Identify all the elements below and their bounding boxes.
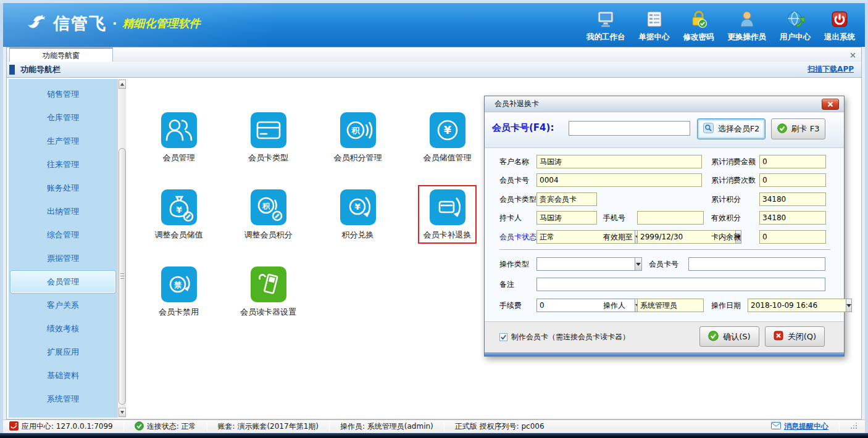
sidebar-item-sales[interactable]: 销售管理 (9, 83, 117, 106)
confirm-button[interactable]: 确认(S) (699, 326, 759, 347)
tile-member-card-disable[interactable]: 禁 会员卡禁用 (134, 259, 223, 336)
remark-field[interactable] (536, 278, 825, 291)
sidebar-item-comprehensive[interactable]: 综合管理 (9, 223, 117, 247)
dialog-title-bar[interactable]: 会员补退换卡 (485, 96, 844, 112)
confirm-label: 确认(S) (723, 331, 750, 342)
toolbar-label: 修改密码 (683, 32, 714, 43)
tile-adjust-member-points[interactable]: 积 调整会员积分 (223, 182, 313, 259)
card-type-field[interactable] (536, 192, 597, 206)
sidebar-item-cashier[interactable]: 出纳管理 (9, 200, 117, 223)
sidebar-item-production[interactable]: 生产管理 (9, 130, 117, 153)
sidebar-item-extensions[interactable]: 扩展应用 (9, 341, 117, 364)
valid-until-combo[interactable] (637, 230, 704, 244)
sidebar-item-performance[interactable]: 绩效考核 (9, 317, 117, 341)
toolbar-user-center[interactable]: 用户中心 (780, 10, 811, 43)
member-card-replace-dialog: 会员补退换卡 会员卡号(F4): 选择会员F2 刷卡 F3 客户名称 累计消费金… (484, 96, 845, 357)
dialog-close-icon[interactable] (822, 99, 839, 110)
valid-points-field[interactable] (759, 211, 826, 225)
status-divider (207, 422, 207, 431)
tile-member-points-management[interactable]: 积 会员积分管理 (313, 105, 403, 182)
card-balance-field[interactable] (759, 230, 826, 244)
tile-points-exchange[interactable]: ¥ 积分兑换 (313, 182, 403, 259)
status-divider (329, 422, 330, 431)
operation-type-combo[interactable] (536, 257, 642, 271)
status-message-center[interactable]: 消息提醒中心 (771, 421, 828, 432)
scroll-up-icon[interactable] (119, 80, 126, 89)
tile-adjust-member-stored-value[interactable]: ¥ 调整会员储值 (134, 182, 223, 259)
scan-download-app-link[interactable]: 扫描下载APP (807, 64, 854, 75)
tab-label: 功能导航窗 (43, 51, 80, 61)
total-spend-count-field[interactable] (759, 173, 826, 187)
nav-title: 功能导航栏 (20, 64, 61, 75)
card-type-label: 会员卡类型 (499, 192, 536, 206)
yen-circle-icon: ¥ (430, 112, 465, 148)
operator-text: 操作员: 系统管理员(admin) (340, 421, 433, 432)
select-member-button[interactable]: 选择会员F2 (697, 118, 766, 139)
total-spend-amount-label: 累计消费金额 (711, 155, 756, 168)
sidebar-item-basic-data[interactable]: 基础资料 (9, 364, 117, 387)
sidebar-item-system[interactable]: 系统管理 (9, 387, 117, 411)
license-text: 正式版 授权序列号: pc006 (455, 421, 545, 432)
total-spend-amount-field[interactable] (759, 155, 826, 168)
sidebar-item-transactions[interactable]: 往来管理 (9, 153, 117, 176)
points-edit-icon: 积 (251, 189, 286, 225)
phone-field[interactable] (637, 211, 704, 225)
card-status-combo[interactable] (536, 230, 597, 244)
operation-date-field[interactable] (748, 299, 846, 312)
members-icon (161, 112, 197, 148)
message-center-link[interactable]: 消息提醒中心 (784, 421, 828, 432)
operator-field[interactable] (637, 299, 704, 312)
password-lock-icon (690, 10, 708, 30)
dialog-close-button[interactable]: 关闭(Q) (765, 326, 825, 347)
logo-text: 信管飞 (53, 12, 107, 35)
status-operator: 操作员: 系统管理员(admin) (340, 421, 433, 432)
card-number-query-input[interactable] (569, 121, 690, 136)
tab-close-icon[interactable] (848, 51, 857, 59)
customer-name-field[interactable] (536, 155, 702, 168)
card-no-label: 会员卡号 (499, 173, 529, 187)
toolbar-exit-system[interactable]: 退出系统 (824, 10, 855, 43)
status-connection: 连接状态: 正常 (135, 421, 196, 432)
sidebar-scrollbar[interactable] (117, 79, 126, 418)
logo-bird-icon (25, 12, 48, 35)
swipe-card-button[interactable]: 刷卡 F3 (771, 118, 825, 139)
sidebar-item-customer-relations[interactable]: 客户关系 (9, 294, 117, 317)
tab-function-navigator[interactable]: 功能导航窗 (9, 48, 113, 62)
scrollbar-thumb[interactable] (119, 148, 126, 405)
logo-separator: · (112, 16, 117, 31)
fee-combo[interactable] (536, 299, 597, 312)
tile-member-card-reader-settings[interactable]: 会员读卡器设置 (223, 259, 313, 336)
sidebar-item-invoices[interactable]: 票据管理 (9, 247, 117, 270)
documents-icon (645, 10, 664, 30)
member-function-grid: 会员管理 会员卡类型 积 会员积分管理 ¥ 会员储值管理 (134, 105, 492, 336)
dropdown-arrow-icon[interactable] (846, 299, 852, 312)
sidebar-item-warehouse[interactable]: 仓库管理 (9, 106, 117, 130)
new-card-no-field[interactable] (688, 257, 825, 271)
dropdown-arrow-icon[interactable] (635, 257, 642, 271)
remark-label: 备注 (499, 278, 514, 291)
tile-member-card-type[interactable]: 会员卡类型 (223, 105, 313, 182)
tile-member-management[interactable]: 会员管理 (134, 105, 223, 182)
toolbar-switch-operator[interactable]: 更换操作员 (728, 10, 767, 43)
tile-member-stored-value-management[interactable]: ¥ 会员储值管理 (403, 105, 492, 182)
operation-type-field[interactable] (536, 257, 635, 271)
sidebar-item-accounting[interactable]: 账务处理 (9, 176, 117, 200)
total-points-field[interactable] (759, 192, 826, 206)
card-no-field[interactable] (536, 173, 702, 187)
sidebar-item-membership[interactable]: 会员管理 (10, 270, 116, 294)
tile-member-card-replace[interactable]: 会员卡补退换 (403, 182, 492, 259)
operation-date-combo[interactable] (748, 299, 826, 312)
holder-field[interactable] (536, 211, 597, 225)
toolbar-my-workstation[interactable]: 我的工作台 (586, 10, 625, 43)
toolbar-change-password[interactable]: 修改密码 (683, 10, 714, 43)
scroll-down-icon[interactable] (119, 408, 126, 417)
window-frame-right (865, 3, 868, 433)
resize-grip-icon[interactable] (850, 422, 858, 431)
logo-tagline: 精细化管理软件 (123, 16, 201, 31)
status-divider (123, 422, 124, 431)
make-card-checkbox[interactable] (499, 333, 507, 341)
toolbar-document-center[interactable]: 单据中心 (639, 10, 670, 43)
sidebar-nav: 销售管理 仓库管理 生产管理 往来管理 账务处理 出纳管理 综合管理 票据管理 … (9, 79, 117, 418)
dialog-title: 会员补退换卡 (495, 99, 539, 109)
status-divider (444, 422, 444, 431)
